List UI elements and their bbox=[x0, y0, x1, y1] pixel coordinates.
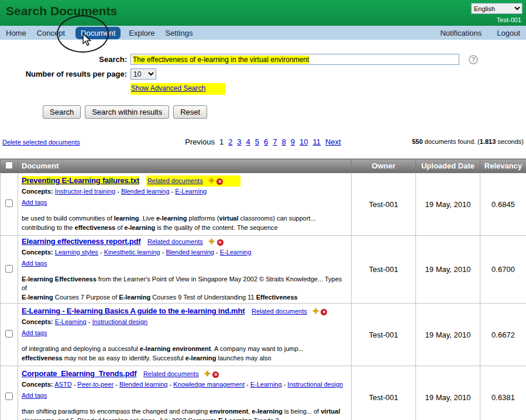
concept-link[interactable]: Instructional design bbox=[287, 381, 343, 388]
select-all-checkbox[interactable] bbox=[5, 161, 13, 169]
row-checkbox[interactable] bbox=[5, 393, 13, 400]
delete-document-icon[interactable]: ✕ bbox=[216, 178, 223, 185]
page-5[interactable]: 5 bbox=[255, 137, 259, 146]
page-4[interactable]: 4 bbox=[246, 137, 250, 146]
reset-button[interactable]: Reset bbox=[173, 105, 207, 119]
concept-link[interactable]: Kinesthetic learning bbox=[104, 249, 160, 256]
results-per-page-select[interactable]: 10 bbox=[130, 68, 156, 80]
results-per-page-label: Number of results per page: bbox=[0, 70, 130, 78]
table-row: Elearning effectiveness report.pdf Relat… bbox=[1, 236, 526, 304]
related-documents-link[interactable]: Related documents bbox=[143, 370, 199, 377]
document-title-link[interactable]: Preventing E-Learning failures.txt bbox=[22, 176, 139, 185]
page-10[interactable]: 10 bbox=[300, 137, 308, 146]
nav-item-home[interactable]: Home bbox=[6, 29, 26, 37]
help-icon[interactable]: ? bbox=[469, 55, 478, 64]
owner-cell: Test-001 bbox=[352, 304, 416, 366]
add-tag-icon[interactable]: ✚ bbox=[204, 370, 210, 378]
main-nav: Home Concept Document Explore Settings N… bbox=[0, 26, 526, 40]
add-tags-link[interactable]: Add tags bbox=[22, 392, 47, 399]
page-3[interactable]: 3 bbox=[237, 137, 241, 146]
search-value: The effectiveness of e-learning in the v… bbox=[133, 56, 309, 64]
search-within-results-button[interactable]: Search within results bbox=[85, 105, 169, 119]
concepts-links: Learning styles - Kinesthetic learning -… bbox=[55, 249, 252, 256]
nav-logout[interactable]: Logout bbox=[497, 29, 520, 37]
nav-item-document[interactable]: Document bbox=[75, 27, 121, 39]
page-7[interactable]: 7 bbox=[273, 137, 277, 146]
delete-document-icon[interactable]: ✕ bbox=[217, 239, 224, 246]
nav-item-explore[interactable]: Explore bbox=[129, 29, 154, 37]
search-input[interactable]: The effectiveness of e-learning in the v… bbox=[130, 54, 459, 65]
results-table: Document Owner Uploaded Date Relevancy P… bbox=[0, 159, 526, 420]
concept-link[interactable]: Learning styles bbox=[55, 249, 98, 256]
page-9[interactable]: 9 bbox=[291, 137, 295, 146]
document-title-link[interactable]: E-Learning - E-learning Basics A guide t… bbox=[22, 307, 245, 315]
concepts-line: Concepts: ASTD - Peer-to-peer - Blended … bbox=[22, 381, 348, 388]
results-summary: 550 documents found. (1.813 seconds) bbox=[343, 138, 524, 145]
document-cell: Corporate_Elearning_Trends.pdf Related d… bbox=[18, 366, 352, 420]
concept-link[interactable]: ASTD bbox=[54, 381, 71, 388]
add-tag-icon[interactable]: ✚ bbox=[312, 307, 318, 315]
document-snippet: than shifting paradigms to encompass the… bbox=[22, 407, 348, 420]
relevancy-cell: 0.6672 bbox=[480, 304, 526, 366]
concept-link[interactable]: Knowledge management bbox=[173, 381, 245, 388]
column-header-uploaded: Uploaded Date bbox=[416, 159, 480, 173]
add-tag-icon[interactable]: ✚ bbox=[208, 177, 214, 185]
page-8[interactable]: 8 bbox=[282, 137, 286, 146]
concept-link[interactable]: Instructor-led training bbox=[55, 188, 115, 195]
add-tag-icon[interactable]: ✚ bbox=[208, 237, 214, 246]
document-snippet: be used to build communities of learning… bbox=[22, 214, 348, 232]
concept-link[interactable]: Instructional design bbox=[92, 318, 147, 325]
delete-document-icon[interactable]: ✕ bbox=[321, 309, 327, 315]
results-count: 550 bbox=[412, 138, 422, 145]
user-label: Test-001 bbox=[497, 16, 521, 23]
row-checkbox[interactable] bbox=[5, 330, 13, 338]
concept-link[interactable]: E-Learning bbox=[250, 381, 282, 388]
concept-link[interactable]: Blended learning bbox=[121, 188, 170, 195]
language-select[interactable]: English bbox=[471, 3, 522, 14]
row-checkbox[interactable] bbox=[5, 199, 13, 207]
search-label: Search: bbox=[0, 55, 130, 64]
related-documents-group: Related documents ✚✕ bbox=[252, 307, 327, 315]
search-button[interactable]: Search bbox=[43, 105, 81, 119]
concepts-label: Concepts: bbox=[22, 318, 53, 325]
delete-selected-link[interactable]: Delete selected documents bbox=[2, 139, 80, 146]
related-documents-link[interactable]: Related documents bbox=[147, 177, 203, 184]
concepts-links: E-Learning - Instructional design bbox=[55, 318, 147, 325]
relevancy-cell: 0.6845 bbox=[480, 173, 526, 236]
page-next[interactable]: Next bbox=[325, 137, 341, 146]
concept-link[interactable]: E-Learning bbox=[175, 188, 207, 195]
related-documents-link[interactable]: Related documents bbox=[147, 238, 203, 245]
uploaded-date-cell: 19 May, 2010 bbox=[416, 236, 480, 304]
nav-item-settings[interactable]: Settings bbox=[165, 29, 192, 37]
document-title-link[interactable]: Elearning effectiveness report.pdf bbox=[22, 237, 140, 246]
nav-notifications[interactable]: Notifications bbox=[440, 29, 482, 37]
concepts-label: Concepts: bbox=[22, 381, 53, 388]
add-tags-link[interactable]: Add tags bbox=[22, 199, 47, 206]
document-title-link[interactable]: Corporate_Elearning_Trends.pdf bbox=[22, 369, 136, 378]
owner-cell: Test-001 bbox=[352, 173, 416, 236]
concepts-label: Concepts: bbox=[22, 249, 53, 256]
add-tags-link[interactable]: Add tags bbox=[22, 329, 47, 336]
delete-document-icon[interactable]: ✕ bbox=[212, 371, 219, 378]
row-checkbox[interactable] bbox=[5, 265, 13, 273]
concept-link[interactable]: E-Learning bbox=[220, 249, 252, 256]
table-row: Preventing E-Learning failures.txt Relat… bbox=[1, 173, 526, 236]
page: Search Documents English Test-001 Home C… bbox=[0, 0, 526, 420]
concept-link[interactable]: Peer-to-peer bbox=[77, 381, 114, 388]
table-row: Corporate_Elearning_Trends.pdf Related d… bbox=[1, 366, 526, 420]
page-1: 1 bbox=[219, 137, 224, 146]
column-header-relevancy: Relevancy bbox=[480, 159, 526, 173]
related-documents-link[interactable]: Related documents bbox=[252, 308, 307, 315]
concept-link[interactable]: Blended learning bbox=[119, 381, 168, 388]
page-11[interactable]: 11 bbox=[312, 137, 321, 146]
summary-text: documents found. ( bbox=[423, 138, 480, 145]
show-advanced-search-link[interactable]: Show Advanced Search bbox=[130, 83, 225, 95]
add-tags-link[interactable]: Add tags bbox=[22, 260, 47, 267]
nav-item-concept[interactable]: Concept bbox=[37, 29, 65, 37]
concept-link[interactable]: Blended learning bbox=[166, 249, 214, 256]
page-2[interactable]: 2 bbox=[228, 137, 232, 146]
related-documents-group: Related documents ✚✕ bbox=[147, 237, 223, 246]
page-6[interactable]: 6 bbox=[264, 137, 268, 146]
concept-link[interactable]: E-Learning bbox=[55, 318, 87, 325]
owner-cell: Test-001 bbox=[352, 236, 416, 304]
